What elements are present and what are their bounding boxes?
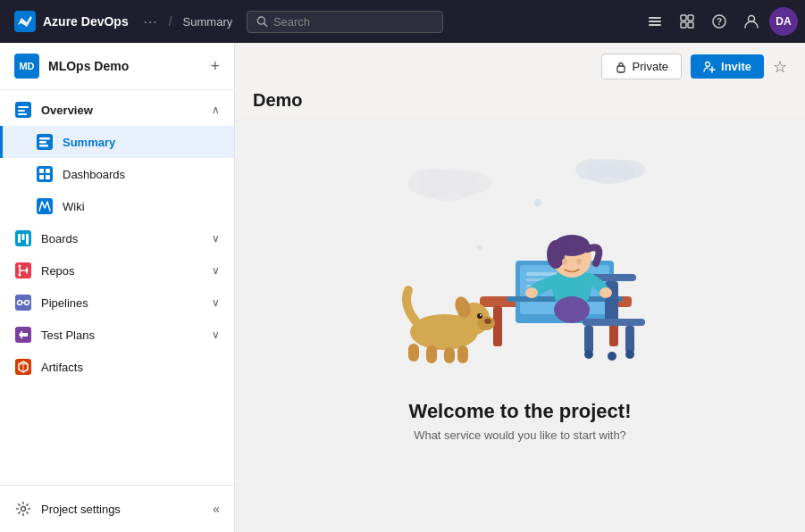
sidebar-item-settings[interactable]: Project settings « xyxy=(0,493,234,525)
settings-icon xyxy=(14,500,32,518)
user-avatar[interactable]: DA xyxy=(769,7,798,36)
svg-text:?: ? xyxy=(717,17,722,27)
project-name: MLOps Demo xyxy=(48,59,201,73)
azure-devops-logo-icon xyxy=(14,11,36,32)
app-logo[interactable]: Azure DevOps xyxy=(7,11,136,32)
svg-line-2 xyxy=(264,23,267,26)
wiki-icon xyxy=(36,197,54,215)
app-title: Azure DevOps xyxy=(43,14,129,29)
invite-icon xyxy=(703,61,716,73)
svg-point-52 xyxy=(534,199,541,206)
person-button[interactable] xyxy=(737,7,766,36)
svg-point-84 xyxy=(477,313,482,319)
svg-point-34 xyxy=(26,270,29,272)
svg-rect-15 xyxy=(18,110,25,112)
svg-point-48 xyxy=(441,170,491,195)
lock-icon xyxy=(615,61,627,73)
help-icon: ? xyxy=(711,13,727,29)
list-view-button[interactable] xyxy=(641,7,669,36)
svg-point-41 xyxy=(21,507,26,511)
breadcrumb-page: Summary xyxy=(183,15,233,29)
svg-point-72 xyxy=(525,287,538,298)
welcome-section: Welcome to the project! What service wou… xyxy=(391,386,650,442)
content-header: Private Invite ☆ xyxy=(235,43,805,90)
svg-point-43 xyxy=(706,62,710,66)
settings-label: Project settings xyxy=(41,503,204,516)
sidebar-item-pipelines[interactable]: Pipelines ∨ xyxy=(0,287,234,319)
topbar: Azure DevOps ⋯ / Summary xyxy=(0,0,805,43)
sidebar-footer: Project settings « xyxy=(0,485,234,532)
testplans-label: Test Plans xyxy=(41,328,203,342)
search-input[interactable] xyxy=(273,15,433,29)
svg-rect-28 xyxy=(18,234,21,243)
svg-rect-16 xyxy=(18,113,27,115)
help-button[interactable]: ? xyxy=(705,7,734,36)
sidebar: MD MLOps Demo + Overview ∧ xyxy=(0,43,235,532)
overview-chevron-icon: ∧ xyxy=(212,104,220,116)
sidebar-item-testplans[interactable]: Test Plans ∨ xyxy=(0,319,234,351)
sidebar-item-boards[interactable]: Boards ∨ xyxy=(0,222,234,254)
search-box[interactable] xyxy=(247,11,443,33)
pipelines-icon xyxy=(14,294,32,312)
svg-rect-22 xyxy=(39,169,44,173)
svg-point-79 xyxy=(576,259,582,265)
svg-rect-87 xyxy=(426,345,437,363)
svg-rect-42 xyxy=(617,66,625,72)
svg-rect-67 xyxy=(625,326,634,353)
svg-point-53 xyxy=(477,245,482,250)
content-area: Private Invite ☆ Demo xyxy=(235,43,805,532)
svg-point-68 xyxy=(584,350,593,359)
svg-rect-9 xyxy=(688,22,693,28)
svg-rect-8 xyxy=(681,22,686,28)
pipelines-chevron-icon: ∨ xyxy=(212,296,220,309)
sidebar-item-artifacts[interactable]: Artifacts xyxy=(0,351,234,383)
collapse-icon[interactable]: « xyxy=(213,502,220,516)
boards-icon xyxy=(14,229,32,247)
boards-chevron-icon: ∨ xyxy=(212,232,220,245)
sidebar-item-repos[interactable]: Repos ∨ xyxy=(0,254,234,287)
sidebar-nav: Overview ∧ Summary xyxy=(0,90,234,485)
svg-rect-66 xyxy=(584,326,593,353)
svg-point-85 xyxy=(480,314,482,316)
main-layout: MD MLOps Demo + Overview ∧ xyxy=(0,43,805,532)
svg-rect-89 xyxy=(457,345,468,363)
card-icon xyxy=(679,13,695,29)
welcome-illustration xyxy=(341,131,699,372)
svg-point-73 xyxy=(600,287,612,298)
add-project-button[interactable]: + xyxy=(210,57,220,76)
artifacts-label: Artifacts xyxy=(41,361,220,374)
pipelines-label: Pipelines xyxy=(41,296,203,310)
svg-rect-18 xyxy=(39,137,50,140)
private-button[interactable]: Private xyxy=(601,54,682,79)
sidebar-item-overview[interactable]: Overview ∧ xyxy=(0,94,234,126)
dots-menu[interactable]: ⋯ xyxy=(143,13,158,30)
svg-rect-23 xyxy=(46,169,50,173)
welcome-heading: Welcome to the project! xyxy=(409,400,632,423)
card-view-button[interactable] xyxy=(673,7,701,36)
sidebar-item-dashboards[interactable]: Dashboards xyxy=(0,158,234,190)
wiki-label: Wiki xyxy=(63,200,85,213)
summary-icon xyxy=(36,133,54,151)
svg-point-77 xyxy=(547,240,565,269)
testplans-icon xyxy=(14,326,32,344)
project-title: Demo xyxy=(235,90,805,111)
svg-rect-4 xyxy=(649,21,661,22)
svg-rect-3 xyxy=(649,17,661,19)
svg-point-51 xyxy=(606,160,645,179)
svg-rect-88 xyxy=(444,347,455,363)
invite-button[interactable]: Invite xyxy=(691,54,764,79)
svg-point-78 xyxy=(562,259,567,265)
project-avatar: MD xyxy=(14,54,39,79)
sidebar-item-wiki[interactable]: Wiki xyxy=(0,190,234,222)
svg-point-32 xyxy=(19,265,21,268)
svg-point-74 xyxy=(554,296,590,323)
sidebar-item-summary[interactable]: Summary xyxy=(0,126,234,158)
svg-rect-6 xyxy=(681,15,686,21)
content-body: Welcome to the project! What service wou… xyxy=(235,118,805,532)
repos-chevron-icon: ∨ xyxy=(212,264,220,277)
svg-rect-26 xyxy=(37,198,53,214)
star-button[interactable]: ☆ xyxy=(773,57,787,77)
repos-icon xyxy=(14,262,32,279)
svg-rect-7 xyxy=(688,15,693,21)
svg-point-69 xyxy=(608,352,616,361)
